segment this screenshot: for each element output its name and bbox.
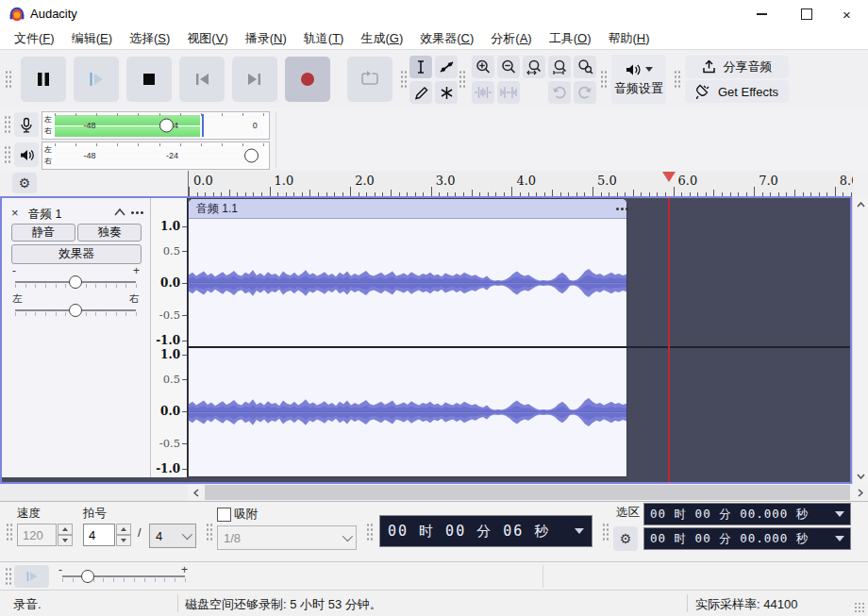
clip-channel-right[interactable] — [189, 348, 626, 476]
minimize-button[interactable] — [741, 0, 783, 28]
meter-volume-knob[interactable] — [244, 149, 259, 163]
zoom-toggle-button[interactable] — [574, 56, 596, 78]
selection-options-button[interactable]: ⚙ — [613, 526, 638, 551]
pause-button[interactable] — [21, 57, 66, 102]
menu-S[interactable]: 选择(S) — [121, 28, 178, 49]
pan-slider[interactable] — [15, 304, 136, 319]
time-signature-toolbar-grip[interactable] — [6, 523, 12, 541]
tempo-spinner[interactable] — [58, 524, 73, 546]
gain-slider[interactable] — [15, 275, 136, 291]
tempo-spin-down[interactable] — [58, 535, 73, 546]
audio-setup-button[interactable]: 音频设置 — [611, 55, 666, 104]
horizontal-scrollbar[interactable] — [188, 484, 868, 501]
time-format-arrow-icon[interactable] — [575, 528, 584, 534]
menu-N[interactable]: 播录(N) — [237, 28, 295, 49]
zoom-in-button[interactable] — [472, 56, 494, 78]
tools-toolbar-grip[interactable] — [400, 70, 407, 89]
close-button[interactable]: × — [826, 0, 868, 28]
track-name[interactable]: 音频 1 — [28, 207, 61, 223]
timesig-spin-down[interactable] — [116, 535, 131, 546]
skip-to-end-button[interactable] — [232, 57, 277, 102]
effects-button[interactable]: 效果器 — [11, 244, 142, 264]
menu-T[interactable]: 轨道(T) — [295, 28, 353, 49]
scroll-up-arrow[interactable] — [853, 196, 868, 212]
scroll-left-arrow[interactable] — [188, 484, 204, 501]
share-audio-button[interactable]: 分享音频 — [685, 56, 789, 78]
edit-toolbar-grip[interactable] — [459, 70, 465, 89]
clip-menu-icon[interactable] — [616, 208, 619, 210]
menu-G[interactable]: 生成(G) — [352, 28, 411, 49]
envelope-tool-button[interactable] — [435, 56, 458, 78]
play-at-speed-grip[interactable] — [5, 567, 11, 586]
share-toolbar-grip[interactable] — [674, 70, 680, 89]
time-format-arrow-icon[interactable] — [835, 511, 844, 517]
snapping-toolbar-grip[interactable] — [206, 523, 212, 541]
playback-meter[interactable]: 左右-48-240 — [42, 142, 270, 170]
playhead-marker[interactable] — [662, 172, 676, 182]
playback-meter-speaker-button[interactable] — [14, 142, 39, 167]
track-close-icon[interactable]: × — [11, 206, 19, 220]
record-meter[interactable]: 左右-48-240 — [42, 111, 270, 140]
selection-start-field[interactable]: 00 时 00 分 00.000 秒 — [643, 503, 851, 525]
skip-to-start-button[interactable] — [179, 57, 225, 102]
collapse-chevron-icon[interactable] — [113, 208, 126, 217]
record-meter-mic-button[interactable] — [14, 112, 39, 137]
redo-button[interactable] — [574, 81, 596, 104]
vertical-scrollbar[interactable] — [852, 196, 868, 484]
audio-setup-toolbar-grip[interactable] — [600, 70, 607, 89]
play-speed-slider[interactable] — [62, 570, 185, 585]
playback-meter-grip[interactable] — [4, 145, 10, 164]
tempo-input[interactable] — [17, 524, 57, 546]
maximize-button[interactable] — [785, 0, 827, 28]
vertical-scale-ruler[interactable]: 1.00.50.0-0.5-1.01.00.50.0-0.5-1.0 — [151, 198, 188, 477]
snap-dropdown[interactable]: 1/8 — [217, 525, 357, 550]
menu-C[interactable]: 效果器(C) — [411, 28, 482, 49]
record-meter-grip[interactable] — [4, 115, 10, 134]
zoom-out-button[interactable] — [497, 56, 520, 78]
timesig-upper-input[interactable] — [83, 524, 115, 546]
title-bar[interactable]: Audacity × — [0, 0, 868, 28]
audio-position-field[interactable]: 00 时 00 分 06 秒 — [379, 515, 593, 547]
selection-tool-button[interactable] — [409, 56, 432, 78]
menu-E[interactable]: 编辑(E) — [63, 28, 121, 49]
selection-end-field[interactable]: 00 时 00 分 00.000 秒 — [643, 527, 851, 550]
timesig-lower-dropdown[interactable]: 4 — [149, 524, 196, 548]
menu-F[interactable]: 文件(F) — [6, 28, 63, 49]
track-view[interactable]: 音频 1.1 — [188, 198, 850, 477]
transport-toolbar-grip[interactable] — [5, 70, 11, 89]
record-button[interactable] — [285, 57, 330, 102]
scroll-down-arrow[interactable] — [853, 468, 868, 484]
multi-tool-button[interactable] — [435, 81, 458, 104]
trim-audio-button[interactable] — [472, 81, 494, 104]
undo-button[interactable] — [548, 81, 571, 104]
stop-button[interactable] — [126, 57, 172, 102]
get-effects-button[interactable]: Get Effects — [685, 80, 789, 103]
menu-H[interactable]: 帮助(H) — [600, 28, 659, 49]
slider-knob[interactable] — [69, 275, 82, 289]
mute-button[interactable]: 静音 — [11, 224, 75, 241]
meter-volume-knob[interactable] — [159, 119, 174, 133]
zoom-selection-button[interactable] — [523, 56, 545, 78]
clip-channel-left[interactable] — [189, 219, 626, 347]
scroll-right-arrow[interactable] — [852, 484, 868, 501]
menu-V[interactable]: 视图(V) — [178, 28, 236, 49]
horizontal-scrollbar-thumb[interactable] — [205, 485, 850, 500]
timeline-ruler[interactable]: 0.01.02.03.04.05.06.07.08.0 — [188, 171, 853, 196]
solo-button[interactable]: 独奏 — [77, 224, 142, 241]
time-format-arrow-icon[interactable] — [835, 536, 844, 541]
play-button[interactable] — [74, 57, 119, 102]
tempo-spin-up[interactable] — [58, 524, 73, 535]
timesig-spin-up[interactable] — [116, 524, 131, 535]
timesig-spinner[interactable] — [116, 524, 131, 546]
window-resize-grip[interactable] — [854, 602, 865, 613]
menu-A[interactable]: 分析(A) — [482, 28, 540, 49]
loop-button[interactable] — [347, 57, 392, 102]
time-toolbar-grip[interactable] — [366, 523, 373, 541]
timeline-options-button[interactable]: ⚙ — [12, 173, 37, 193]
silence-audio-button[interactable] — [497, 81, 520, 104]
slider-knob[interactable] — [69, 304, 82, 317]
fit-project-button[interactable] — [548, 56, 571, 78]
menu-O[interactable]: 工具(O) — [541, 28, 600, 49]
draw-tool-button[interactable] — [409, 81, 432, 104]
track-menu-icon[interactable] — [131, 211, 134, 214]
